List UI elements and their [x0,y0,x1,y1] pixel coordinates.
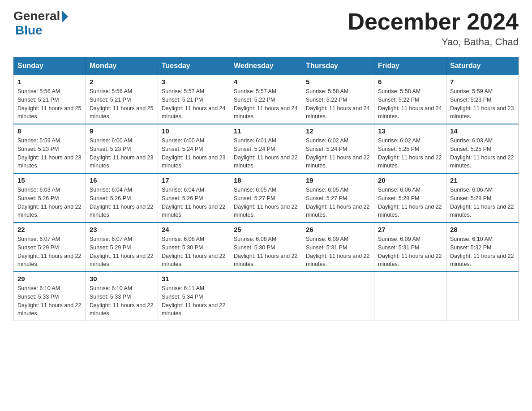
calendar-cell: 25 Sunrise: 6:08 AM Sunset: 5:30 PM Dayl… [230,223,302,272]
calendar-cell: 22 Sunrise: 6:07 AM Sunset: 5:29 PM Dayl… [14,223,86,272]
day-info: Sunrise: 6:06 AM Sunset: 5:28 PM Dayligh… [450,186,515,219]
location: Yao, Batha, Chad [348,36,519,48]
day-number: 9 [90,127,154,135]
day-info: Sunrise: 6:01 AM Sunset: 5:24 PM Dayligh… [234,137,298,170]
calendar-cell [446,272,519,321]
calendar-cell [302,272,374,321]
day-number: 22 [17,226,82,233]
week-row-1: 1 Sunrise: 5:56 AM Sunset: 5:21 PM Dayli… [14,75,519,124]
column-header-saturday: Saturday [446,57,519,75]
day-number: 11 [234,127,298,135]
day-info: Sunrise: 5:58 AM Sunset: 5:22 PM Dayligh… [378,87,442,121]
calendar-cell: 1 Sunrise: 5:56 AM Sunset: 5:21 PM Dayli… [14,75,86,124]
calendar-cell: 24 Sunrise: 6:08 AM Sunset: 5:30 PM Dayl… [158,223,230,272]
day-info: Sunrise: 5:59 AM Sunset: 5:23 PM Dayligh… [17,137,82,170]
calendar-cell [374,272,446,321]
calendar-header-row: SundayMondayTuesdayWednesdayThursdayFrid… [14,57,519,75]
day-info: Sunrise: 6:07 AM Sunset: 5:29 PM Dayligh… [17,235,82,269]
day-info: Sunrise: 5:58 AM Sunset: 5:22 PM Dayligh… [306,87,370,121]
day-number: 29 [17,275,82,283]
day-info: Sunrise: 5:57 AM Sunset: 5:22 PM Dayligh… [234,87,298,121]
day-info: Sunrise: 6:10 AM Sunset: 5:32 PM Dayligh… [450,235,515,269]
day-number: 2 [90,78,154,86]
week-row-5: 29 Sunrise: 6:10 AM Sunset: 5:33 PM Dayl… [14,272,519,321]
day-number: 25 [234,226,298,233]
logo-general-text: General [13,9,60,23]
day-number: 28 [450,226,515,233]
day-number: 5 [306,78,370,86]
day-number: 4 [234,78,298,86]
day-number: 15 [17,176,82,184]
day-number: 24 [162,226,226,233]
calendar-cell: 13 Sunrise: 6:02 AM Sunset: 5:25 PM Dayl… [374,124,446,173]
day-info: Sunrise: 6:00 AM Sunset: 5:24 PM Dayligh… [162,137,226,170]
calendar-cell: 17 Sunrise: 6:04 AM Sunset: 5:26 PM Dayl… [158,173,230,223]
day-number: 30 [90,275,154,283]
day-info: Sunrise: 6:09 AM Sunset: 5:31 PM Dayligh… [306,235,370,269]
calendar-cell: 21 Sunrise: 6:06 AM Sunset: 5:28 PM Dayl… [446,173,519,223]
calendar-cell: 14 Sunrise: 6:03 AM Sunset: 5:25 PM Dayl… [446,124,519,173]
day-number: 31 [162,275,226,283]
day-info: Sunrise: 6:03 AM Sunset: 5:26 PM Dayligh… [17,186,82,219]
calendar-cell: 7 Sunrise: 5:59 AM Sunset: 5:23 PM Dayli… [446,75,519,124]
calendar-cell: 19 Sunrise: 6:05 AM Sunset: 5:27 PM Dayl… [302,173,374,223]
day-number: 26 [306,226,370,233]
day-number: 17 [162,176,226,184]
day-number: 23 [90,226,154,233]
day-info: Sunrise: 6:04 AM Sunset: 5:26 PM Dayligh… [90,186,154,219]
day-number: 7 [450,78,515,86]
calendar-cell: 8 Sunrise: 5:59 AM Sunset: 5:23 PM Dayli… [14,124,86,173]
logo-blue-text: Blue [15,23,43,38]
calendar-cell: 20 Sunrise: 6:06 AM Sunset: 5:28 PM Dayl… [374,173,446,223]
day-info: Sunrise: 6:05 AM Sunset: 5:27 PM Dayligh… [234,186,298,219]
day-number: 16 [90,176,154,184]
day-info: Sunrise: 6:04 AM Sunset: 5:26 PM Dayligh… [162,186,226,219]
calendar-cell: 30 Sunrise: 6:10 AM Sunset: 5:33 PM Dayl… [86,272,158,321]
page-header: General Blue December 2024 Yao, Batha, C… [13,9,519,48]
day-number: 21 [450,176,515,184]
calendar-cell: 31 Sunrise: 6:11 AM Sunset: 5:34 PM Dayl… [158,272,230,321]
day-info: Sunrise: 6:08 AM Sunset: 5:30 PM Dayligh… [234,235,298,269]
calendar-cell [230,272,302,321]
day-info: Sunrise: 6:11 AM Sunset: 5:34 PM Dayligh… [162,284,226,318]
day-number: 19 [306,176,370,184]
day-number: 18 [234,176,298,184]
day-number: 8 [17,127,82,135]
day-number: 3 [162,78,226,86]
column-header-monday: Monday [86,57,158,75]
calendar-cell: 15 Sunrise: 6:03 AM Sunset: 5:26 PM Dayl… [14,173,86,223]
calendar-cell: 27 Sunrise: 6:09 AM Sunset: 5:31 PM Dayl… [374,223,446,272]
calendar-cell: 5 Sunrise: 5:58 AM Sunset: 5:22 PM Dayli… [302,75,374,124]
day-info: Sunrise: 6:00 AM Sunset: 5:23 PM Dayligh… [90,137,154,170]
day-number: 12 [306,127,370,135]
day-info: Sunrise: 5:56 AM Sunset: 5:21 PM Dayligh… [90,87,154,121]
day-info: Sunrise: 6:07 AM Sunset: 5:29 PM Dayligh… [90,235,154,269]
week-row-4: 22 Sunrise: 6:07 AM Sunset: 5:29 PM Dayl… [14,223,519,272]
column-header-tuesday: Tuesday [158,57,230,75]
day-info: Sunrise: 6:09 AM Sunset: 5:31 PM Dayligh… [378,235,442,269]
day-info: Sunrise: 6:02 AM Sunset: 5:25 PM Dayligh… [378,137,442,170]
calendar-table: SundayMondayTuesdayWednesdayThursdayFrid… [13,57,519,321]
calendar-cell: 6 Sunrise: 5:58 AM Sunset: 5:22 PM Dayli… [374,75,446,124]
calendar-cell: 4 Sunrise: 5:57 AM Sunset: 5:22 PM Dayli… [230,75,302,124]
logo-arrow-icon [62,10,68,23]
calendar-cell: 28 Sunrise: 6:10 AM Sunset: 5:32 PM Dayl… [446,223,519,272]
day-info: Sunrise: 6:06 AM Sunset: 5:28 PM Dayligh… [378,186,442,219]
week-row-3: 15 Sunrise: 6:03 AM Sunset: 5:26 PM Dayl… [14,173,519,223]
day-info: Sunrise: 6:02 AM Sunset: 5:24 PM Dayligh… [306,137,370,170]
calendar-cell: 11 Sunrise: 6:01 AM Sunset: 5:24 PM Dayl… [230,124,302,173]
column-header-friday: Friday [374,57,446,75]
day-number: 10 [162,127,226,135]
calendar-cell: 29 Sunrise: 6:10 AM Sunset: 5:33 PM Dayl… [14,272,86,321]
calendar-cell: 9 Sunrise: 6:00 AM Sunset: 5:23 PM Dayli… [86,124,158,173]
day-info: Sunrise: 6:08 AM Sunset: 5:30 PM Dayligh… [162,235,226,269]
month-title: December 2024 [348,9,519,34]
day-info: Sunrise: 5:56 AM Sunset: 5:21 PM Dayligh… [17,87,82,121]
day-number: 1 [17,78,82,86]
day-number: 20 [378,176,442,184]
column-header-wednesday: Wednesday [230,57,302,75]
day-info: Sunrise: 6:10 AM Sunset: 5:33 PM Dayligh… [17,284,82,318]
calendar-cell: 18 Sunrise: 6:05 AM Sunset: 5:27 PM Dayl… [230,173,302,223]
day-number: 14 [450,127,515,135]
calendar-cell: 3 Sunrise: 5:57 AM Sunset: 5:21 PM Dayli… [158,75,230,124]
